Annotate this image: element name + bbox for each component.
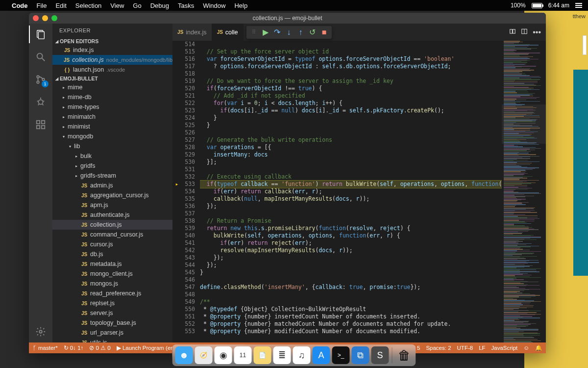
open-editor-item[interactable]: JScollection.jsnode_modules/mongodb/lib	[52, 55, 172, 65]
close-button[interactable]	[33, 15, 39, 21]
line-number[interactable]: 527	[181, 136, 195, 144]
split-editor-icon[interactable]	[521, 28, 528, 37]
debug-step-into-button[interactable]: ↓	[284, 27, 294, 38]
dock-app-calendar[interactable]: 11	[234, 346, 252, 364]
menu-help[interactable]: Help	[234, 2, 247, 9]
menu-tasks[interactable]: Tasks	[178, 2, 194, 9]
menu-selection[interactable]: Selection	[75, 2, 101, 9]
code-line[interactable]	[200, 41, 502, 48]
line-number[interactable]: 553	[181, 328, 195, 335]
file-item[interactable]: JSdb.js	[52, 249, 172, 259]
file-item[interactable]: JSmongo_client.js	[52, 269, 172, 279]
file-item[interactable]: JSserver.js	[52, 308, 172, 318]
minimize-button[interactable]	[42, 15, 48, 21]
code-line[interactable]: var operations = [{	[200, 144, 502, 151]
open-editors-section[interactable]: ◢OPEN EDITORS	[52, 37, 172, 45]
code-line[interactable]: });	[200, 262, 502, 269]
code-line[interactable]	[200, 166, 502, 173]
extensions-icon[interactable]	[35, 119, 47, 131]
dock-app-safari[interactable]: 🧭	[195, 346, 213, 364]
folder-item[interactable]: ▸mime	[52, 82, 172, 92]
open-editor-item[interactable]: JSindex.js	[52, 45, 172, 55]
line-number[interactable]: 524	[181, 114, 195, 122]
settings-icon[interactable]	[35, 326, 47, 338]
menu-extra-icon[interactable]	[575, 3, 582, 8]
debug-step-over-button[interactable]: ↷	[272, 27, 283, 38]
menu-debug[interactable]: Debug	[150, 2, 169, 9]
line-number[interactable]: 523	[181, 107, 195, 114]
code-line[interactable]: for(var i = 0; i < docs.length; i++) {	[200, 100, 502, 107]
dock-app-itunes[interactable]: ♫	[293, 346, 311, 364]
code-line[interactable]: // Set up the force server object id	[200, 48, 502, 55]
line-number[interactable]: 550	[181, 306, 195, 313]
code-line[interactable]: if(forceServerObjectId !== true) {	[200, 85, 502, 92]
menu-window[interactable]: Window	[203, 2, 225, 9]
line-number[interactable]: 532	[181, 173, 195, 181]
code-line[interactable]: return new this.s.promiseLibrary(functio…	[200, 225, 502, 232]
dock-app-appstore[interactable]: A	[313, 346, 330, 364]
git-branch[interactable]: ᚶ master*	[33, 345, 58, 351]
file-item[interactable]: JStopology_base.js	[52, 318, 172, 328]
dock-app-finder[interactable]: ☻	[175, 346, 193, 364]
line-number[interactable]: 536	[181, 203, 195, 210]
folder-item[interactable]: ▸gridfs-stream	[52, 171, 172, 181]
line-number[interactable]: 526	[181, 129, 195, 136]
folder-item[interactable]: ▸minimatch	[52, 112, 172, 122]
notifications-icon[interactable]: 🔔	[535, 344, 542, 351]
code-line[interactable]	[200, 291, 502, 298]
window-titlebar[interactable]: collection.js — emoji-bullet	[29, 13, 546, 24]
dock-app-vscode[interactable]: ⧉	[352, 346, 369, 364]
eol[interactable]: LF	[479, 344, 485, 351]
problems[interactable]: ⊘ 0 ⚠ 0	[89, 344, 110, 351]
code-line[interactable]: * @property {number} matchedCount Number…	[200, 320, 502, 328]
code-line[interactable]: }	[200, 122, 502, 129]
line-number[interactable]: 518	[181, 70, 195, 78]
code-line[interactable]: }];	[200, 158, 502, 166]
line-number[interactable]: 528	[181, 144, 195, 151]
file-item[interactable]: JSmongos.js	[52, 279, 172, 289]
line-number[interactable]: 529	[181, 151, 195, 158]
code-line[interactable]: // Return a Promise	[200, 217, 502, 225]
line-number[interactable]: 520	[181, 85, 195, 92]
line-number[interactable]: 537	[181, 210, 195, 217]
code-line[interactable]	[200, 70, 502, 78]
line-number[interactable]: 539	[181, 225, 195, 232]
file-item[interactable]: JScollection.js	[52, 220, 172, 230]
menu-file[interactable]: File	[37, 2, 47, 9]
file-item[interactable]: JSutils.js	[52, 338, 172, 342]
code-line[interactable]: insertMany: docs	[200, 151, 502, 158]
file-item[interactable]: JSadmin.js	[52, 181, 172, 190]
line-number[interactable]: 533	[181, 181, 195, 188]
line-number[interactable]: 516	[181, 55, 195, 63]
folder-item[interactable]: ▸bulk	[52, 151, 172, 161]
line-number[interactable]: 547	[181, 284, 195, 291]
file-item[interactable]: JScursor.js	[52, 239, 172, 249]
line-number[interactable]: 522	[181, 100, 195, 107]
code-line[interactable]: bulkWrite(self, operations, options, fun…	[200, 232, 502, 239]
line-number[interactable]: 535	[181, 195, 195, 203]
code-line[interactable]: // Do we want to force the server to ass…	[200, 78, 502, 85]
code-line[interactable]: }	[200, 114, 502, 122]
dock-trash[interactable]: 🗑	[395, 346, 413, 364]
code-line[interactable]	[200, 129, 502, 136]
code-line[interactable]: // Generate the bulk write operations	[200, 136, 502, 144]
code-line[interactable]: callback(null, mapInsertManyResults(docs…	[200, 195, 502, 203]
debug-continue-button[interactable]: ▶	[260, 27, 271, 38]
scm-icon[interactable]: 1	[35, 74, 47, 85]
debug-restart-button[interactable]: ↺	[307, 27, 318, 38]
line-number[interactable]: 540	[181, 232, 195, 239]
code-line[interactable]: if(err) return reject(err);	[200, 239, 502, 247]
folder-item[interactable]: ▾mongodb	[52, 131, 172, 141]
code-editor[interactable]: ▸ 51451551651751851952052152252352452552…	[172, 41, 546, 342]
editor-tab[interactable]: JSindex.js	[172, 24, 212, 41]
code-line[interactable]: // Execute using callback	[200, 173, 502, 181]
file-item[interactable]: JSapm.js	[52, 200, 172, 210]
line-number[interactable]: 545	[181, 269, 195, 276]
folder-item[interactable]: ▸mime-db	[52, 92, 172, 102]
minimap[interactable]	[502, 41, 546, 342]
line-number[interactable]: 542	[181, 247, 195, 254]
code-line[interactable]: define.classMethod('insertMany', {callba…	[200, 284, 502, 291]
line-number[interactable]: 544	[181, 262, 195, 269]
line-number[interactable]: 517	[181, 63, 195, 70]
code-line[interactable]: * @property {number} modifiedCount Numbe…	[200, 328, 502, 335]
